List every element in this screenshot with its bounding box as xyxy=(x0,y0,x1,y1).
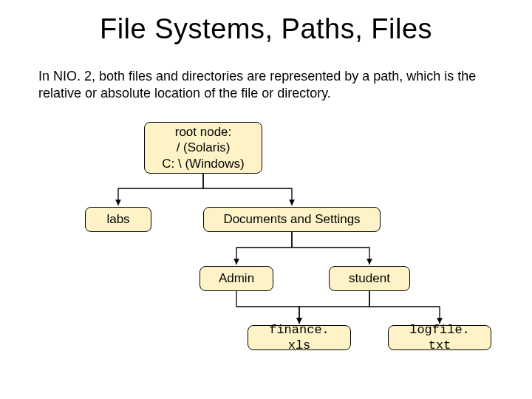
node-finance-label: finance. xls xyxy=(254,322,344,354)
node-docs: Documents and Settings xyxy=(203,207,381,232)
node-labs: labs xyxy=(85,207,151,232)
slide: File Systems, Paths, Files In NIO. 2, bo… xyxy=(0,0,532,399)
node-finance: finance. xls xyxy=(248,325,351,350)
node-docs-label: Documents and Settings xyxy=(223,211,360,227)
node-student: student xyxy=(329,266,410,291)
node-admin: Admin xyxy=(200,266,273,291)
node-admin-label: Admin xyxy=(219,270,254,286)
slide-description: In NIO. 2, both files and directories ar… xyxy=(38,68,494,101)
node-logfile: logfile. txt xyxy=(388,325,491,350)
node-root-line2: / (Solaris) xyxy=(177,140,231,155)
slide-title: File Systems, Paths, Files xyxy=(0,13,532,45)
node-labs-label: labs xyxy=(106,211,129,227)
node-root: root node: / (Solaris) C: \ (Windows) xyxy=(144,122,262,174)
node-root-line3: C: \ (Windows) xyxy=(162,156,244,171)
node-logfile-label: logfile. txt xyxy=(395,322,485,354)
node-root-line1: root node: xyxy=(175,124,232,140)
node-student-label: student xyxy=(349,270,390,286)
